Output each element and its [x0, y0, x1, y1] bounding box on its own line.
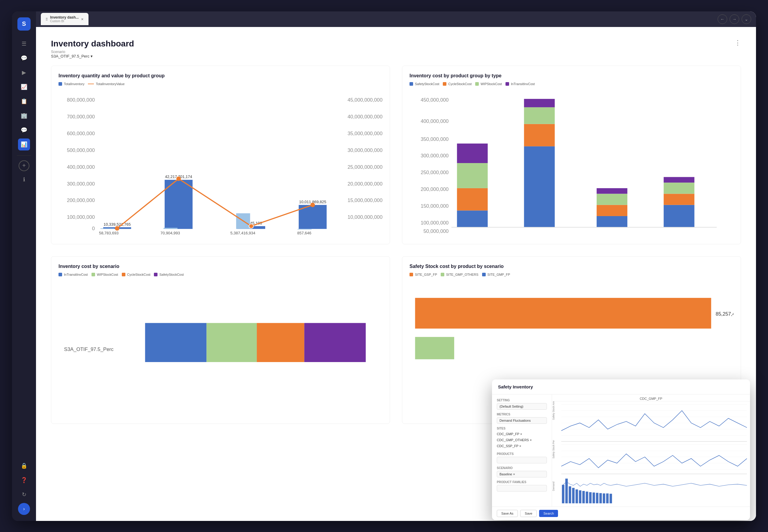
legend-gmp-others: SITE_GMP_OTHERS: [441, 273, 478, 276]
svg-text:400,000,000: 400,000,000: [67, 164, 95, 170]
legend-gsp-fp-color: [409, 273, 413, 276]
products-input[interactable]: [497, 457, 547, 463]
sidebar-item-list[interactable]: 📋: [18, 95, 30, 107]
svg-text:50,000,000: 50,000,000: [424, 228, 449, 234]
svg-rect-106: [600, 493, 602, 504]
legend-intransit-s-color: [58, 273, 62, 276]
chart-cost-scenario-title: Inventory cost by scenario: [58, 264, 383, 269]
legend-safety-stock-label: SafetyStockCost: [415, 82, 439, 86]
sidebar-item-info[interactable]: ℹ: [18, 174, 30, 186]
product-families-input[interactable]: [497, 485, 547, 492]
legend-wip-s-label: WIPStockCost: [97, 273, 118, 276]
sidebar-item-message[interactable]: 💬: [18, 124, 30, 136]
sidebar-add-button[interactable]: +: [19, 160, 29, 171]
sidebar-item-analytics[interactable]: 📊: [18, 138, 30, 150]
sidebar-item-menu[interactable]: ☰: [18, 38, 30, 50]
sidebar-collapse-button[interactable]: ›: [18, 503, 30, 515]
header-left: Inventory dashboard Scenario S3A_OTIF_97…: [51, 39, 134, 58]
svg-text:S3A_OTIF_97.5_Perc: S3A_OTIF_97.5_Perc: [64, 346, 114, 352]
safety-panel-footer: Save As Save Search: [492, 507, 750, 520]
svg-rect-53: [457, 143, 487, 163]
svg-rect-52: [457, 163, 487, 188]
sidebar-item-chart[interactable]: 📈: [18, 81, 30, 93]
chart-cost-type-svg: 450,000,000 400,000,000 350,000,000 300,…: [409, 91, 734, 236]
metrics-input[interactable]: Demand Fluctuations: [497, 417, 547, 424]
legend-total-inventory-value-label: TotalInventoryValue: [96, 82, 124, 86]
svg-text:100,000,000: 100,000,000: [421, 220, 448, 225]
svg-text:350,000,000: 350,000,000: [421, 136, 448, 142]
svg-rect-55: [524, 124, 555, 146]
svg-text:Demand: Demand: [552, 482, 555, 491]
svg-text:500,000,000: 500,000,000: [67, 147, 95, 153]
chart-qty-value-svg: 800,000,000 700,000,000 600,000,000 500,…: [58, 91, 383, 236]
svg-rect-101: [582, 491, 585, 503]
svg-rect-78: [415, 337, 454, 359]
svg-text:58,783,693: 58,783,693: [99, 231, 118, 235]
svg-text:Safety Stock Per: Safety Stock Per: [552, 440, 555, 459]
chart-cost-scenario: Inventory cost by scenario InTransitInvC…: [51, 256, 390, 424]
chart-qty-value-legend: TotalInventory TotalInventoryValue: [58, 82, 383, 86]
tab-close-icon[interactable]: ×: [81, 17, 83, 22]
svg-text:200,000,000: 200,000,000: [421, 186, 448, 192]
sidebar-item-refresh[interactable]: ↻: [18, 489, 30, 501]
svg-rect-102: [586, 492, 588, 504]
form-group-metrics: Metrics Demand Fluctuations: [497, 413, 547, 424]
save-as-button[interactable]: Save As: [497, 510, 518, 517]
svg-rect-73: [207, 323, 257, 362]
sidebar-item-help[interactable]: ❓: [18, 474, 30, 486]
legend-cycle-s-color: [122, 273, 125, 276]
more-options-button[interactable]: ⋮: [734, 39, 741, 47]
svg-text:300,000,000: 300,000,000: [67, 181, 95, 186]
sidebar-item-building[interactable]: 🏢: [18, 110, 30, 122]
form-group-scenario: Scenario Baseline ×: [497, 466, 547, 477]
legend-gmp-fp-color: [482, 273, 486, 276]
chart-qty-value: Inventory quantity and value by product …: [51, 66, 390, 244]
nav-down-button[interactable]: ⌄: [742, 14, 751, 24]
svg-text:85,257,404: 85,257,404: [716, 311, 734, 317]
search-button[interactable]: Search: [539, 510, 558, 517]
svg-rect-105: [596, 493, 598, 504]
tab-inventory-dash[interactable]: ⣿ Inventory dash... Custom BI ×: [41, 13, 88, 25]
chart-cost-type-title: Inventory cost by product group by type: [409, 73, 734, 79]
svg-rect-63: [664, 194, 694, 205]
safety-chart-title: CDC_GMP_FP: [552, 394, 750, 401]
legend-cycle-stock-label: CycleStockCost: [448, 82, 472, 86]
site-cdc-gmp-fp[interactable]: CDC_GMP_FP ×: [497, 431, 547, 437]
site-cdc-ssp-fp[interactable]: CDC_SSP_FP ×: [497, 443, 547, 449]
legend-gmp-fp: SITE_GMP_FP: [482, 273, 510, 276]
sidebar-item-chat[interactable]: 💬: [18, 52, 30, 64]
tab-bar: ⣿ Inventory dash... Custom BI × ← → ⌄: [36, 11, 756, 27]
legend-total-inventory: TotalInventory: [58, 82, 84, 86]
svg-rect-62: [664, 205, 694, 227]
chart-cost-type: Inventory cost by product group by type …: [402, 66, 741, 244]
sidebar-item-lock[interactable]: 🔒: [18, 460, 30, 472]
site-cdc-gmp-others[interactable]: CDC_GMP_OTHERS ×: [497, 437, 547, 443]
safety-panel-header: Safety Inventory: [492, 379, 750, 394]
scenario-value-text: S3A_OTIF_97.5_Perc: [51, 54, 89, 58]
svg-rect-75: [304, 323, 366, 362]
svg-text:700,000,000: 700,000,000: [67, 114, 95, 120]
legend-gsp-fp: SITE_GSP_FP: [409, 273, 437, 276]
svg-point-37: [115, 226, 119, 230]
svg-rect-95: [562, 485, 564, 504]
nav-forward-button[interactable]: →: [730, 14, 739, 24]
setting-label: Setting: [497, 399, 547, 402]
svg-rect-109: [610, 494, 612, 504]
svg-text:250,000,000: 250,000,000: [421, 170, 448, 175]
svg-rect-100: [579, 490, 582, 503]
sites-list: CDC_GMP_FP × CDC_GMP_OTHERS × CDC_SSP_FP…: [497, 431, 547, 449]
scenario-input[interactable]: Baseline ×: [497, 471, 547, 477]
svg-rect-59: [597, 205, 627, 216]
charts-grid: Inventory quantity and value by product …: [51, 66, 741, 424]
sidebar-item-play[interactable]: ▶: [18, 67, 30, 79]
svg-rect-99: [575, 489, 578, 503]
scenario-selector[interactable]: S3A_OTIF_97.5_Perc ▾: [51, 54, 134, 58]
legend-total-inventory-color: [58, 82, 62, 86]
svg-text:35,000,000,000: 35,000,000,000: [348, 130, 383, 136]
save-button[interactable]: Save: [520, 510, 537, 517]
legend-intransit-label: InTransitInvCost: [511, 82, 535, 86]
chart-qty-value-title: Inventory quantity and value by product …: [58, 73, 383, 79]
nav-back-button[interactable]: ←: [718, 14, 727, 24]
chart-cost-type-legend: SafetyStockCost CycleStockCost WIPStockC…: [409, 82, 734, 86]
setting-input[interactable]: (Default Setting): [497, 403, 547, 410]
